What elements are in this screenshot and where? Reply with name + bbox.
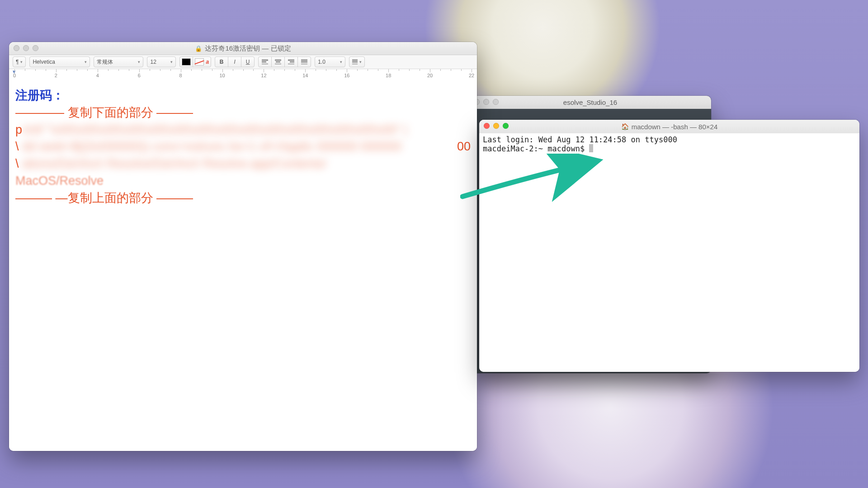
terminal-body[interactable]: Last login: Wed Aug 12 11:24:58 on ttys0… — [479, 133, 859, 372]
top-marker-text: ———— 复制下面的部分 ——— — [15, 104, 471, 122]
color-group: a — [179, 56, 211, 67]
minimize-icon[interactable] — [483, 99, 489, 105]
align-right-icon — [288, 60, 294, 64]
ruler-number: 20 — [427, 73, 433, 78]
alignment-group — [258, 56, 311, 67]
align-justify-button[interactable] — [297, 56, 311, 67]
font-family-select[interactable]: Helvetica▾ — [29, 56, 90, 67]
align-justify-icon — [301, 60, 307, 64]
font-family-label: Helvetica — [33, 59, 55, 65]
ruler-number: 4 — [96, 73, 99, 78]
paragraph-icon: ¶ — [16, 59, 19, 65]
ruler-number: 14 — [302, 73, 308, 78]
align-right-button[interactable] — [284, 56, 298, 67]
lock-icon: 🔒 — [195, 45, 202, 52]
font-style-label: 常规体 — [97, 58, 113, 66]
italic-button[interactable]: I — [228, 56, 241, 67]
align-left-icon — [262, 60, 268, 64]
line-spacing-select[interactable]: 1.0▾ — [315, 56, 345, 67]
text-color-button[interactable] — [179, 56, 193, 67]
align-left-button[interactable] — [258, 56, 272, 67]
align-center-button[interactable] — [271, 56, 285, 67]
redacted-text: ations/DaVinci\ Resolve/DaVinci\ Resolve… — [19, 157, 326, 170]
ruler-number: 0 — [13, 73, 16, 78]
line-4: MacOS/Resolve — [15, 173, 471, 190]
close-icon[interactable] — [484, 123, 490, 129]
ruler-number: 12 — [261, 73, 266, 78]
terminal-line-1: Last login: Wed Aug 12 11:24:58 on ttys0… — [483, 135, 677, 144]
editor-toolbar: ¶▾ Helvetica▾ 常规体▾ 12▾ a B I U 1.0▾ — [9, 55, 477, 69]
minimize-icon[interactable] — [493, 123, 499, 129]
ruler-number: 22 — [469, 73, 474, 78]
align-center-icon — [275, 60, 281, 64]
highlight-a-icon: a — [206, 59, 209, 65]
home-icon: 🏠 — [621, 123, 629, 130]
bold-button[interactable]: B — [215, 56, 228, 67]
terminal-traffic-lights — [484, 123, 509, 129]
line-1: printf "\x00\x00\x00\x00\x00\x00\x00\x00… — [15, 122, 471, 139]
finder-titlebar[interactable]: esolve_Studio_16 — [469, 96, 711, 109]
ruler-number: 18 — [386, 73, 391, 78]
ruler-number: 6 — [138, 73, 141, 78]
terminal-title: macdown — -bash — 80×24 — [632, 123, 718, 131]
line-spacing-label: 1.0 — [318, 59, 326, 65]
editor-traffic-lights — [14, 45, 38, 51]
ruler-number: 8 — [179, 73, 182, 78]
line-3: \ ations/DaVinci\ Resolve/DaVinci\ Resol… — [15, 155, 471, 173]
heading-text: 注册码： — [15, 87, 471, 104]
font-size-label: 12 — [150, 59, 156, 65]
ruler-number: 2 — [55, 73, 57, 78]
ruler-number: 10 — [219, 73, 225, 78]
list-style-select[interactable]: ▾ — [349, 56, 365, 67]
finder-traffic-lights — [474, 99, 499, 105]
highlight-color-button[interactable]: a — [193, 56, 211, 67]
minimize-icon[interactable] — [23, 45, 29, 51]
font-style-select[interactable]: 常规体▾ — [94, 56, 143, 67]
editor-title: 达芬奇16激活密钥 — 已锁定 — [205, 44, 291, 53]
no-color-icon — [195, 58, 204, 66]
redacted-text: dd seek=$((0x000000)) conv=notrunc bs=1 … — [19, 140, 402, 153]
font-size-select[interactable]: 12▾ — [147, 56, 176, 67]
list-icon — [352, 60, 358, 64]
zoom-icon[interactable] — [503, 123, 509, 129]
ruler-number: 16 — [344, 73, 349, 78]
color-swatch-icon — [182, 58, 191, 66]
text-format-group: B I U — [215, 56, 255, 67]
textedit-window[interactable]: 🔒 达芬奇16激活密钥 — 已锁定 ¶▾ Helvetica▾ 常规体▾ 12▾… — [9, 42, 477, 451]
terminal-titlebar[interactable]: 🏠 macdown — -bash — 80×24 — [479, 120, 859, 134]
zoom-icon[interactable] — [493, 99, 499, 105]
line-2: \ dd seek=$((0x000000)) conv=notrunc bs=… — [15, 138, 471, 155]
paragraph-style-menu[interactable]: ¶▾ — [13, 56, 26, 67]
document-body[interactable]: 注册码： ———— 复制下面的部分 ——— printf "\x00\x00\x… — [9, 79, 477, 451]
cursor-icon — [589, 144, 593, 152]
underline-button[interactable]: U — [241, 56, 255, 67]
zoom-icon[interactable] — [33, 45, 38, 51]
terminal-window[interactable]: 🏠 macdown — -bash — 80×24 Last login: We… — [479, 120, 859, 372]
close-icon[interactable] — [14, 45, 19, 51]
finder-title: esolve_Studio_16 — [563, 99, 617, 106]
terminal-prompt: macdeiMac-2:~ macdown$ — [483, 144, 589, 153]
line-2-right: 00 — [457, 138, 471, 155]
redacted-text: rintf "\x00\x00\x00\x00\x00\x00\x00\x00\… — [22, 123, 407, 136]
bottom-marker-text: ——— —复制上面的部分 ——— — [15, 190, 471, 207]
editor-titlebar[interactable]: 🔒 达芬奇16激活密钥 — 已锁定 — [9, 42, 477, 55]
